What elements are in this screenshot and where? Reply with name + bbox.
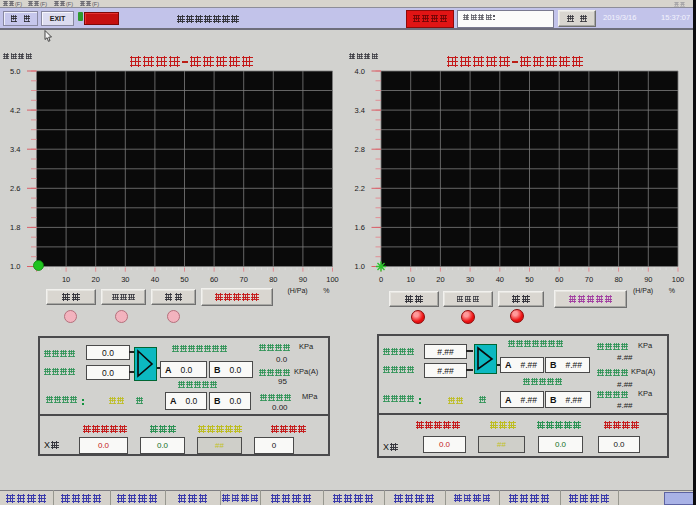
svg-text:20: 20: [92, 275, 100, 284]
svg-text:1.0: 1.0: [10, 262, 20, 271]
svg-text:3.4: 3.4: [10, 145, 20, 154]
svg-text:1.0: 1.0: [355, 262, 365, 271]
svg-text:50: 50: [180, 275, 188, 284]
svg-text:1.8: 1.8: [10, 223, 20, 232]
svg-text:2.2: 2.2: [355, 184, 365, 193]
svg-text:%: %: [323, 287, 329, 294]
svg-text:30: 30: [121, 275, 129, 284]
svg-text:3.4: 3.4: [355, 106, 365, 115]
svg-text:1.6: 1.6: [355, 223, 365, 232]
svg-text:2.8: 2.8: [355, 145, 365, 154]
svg-text:30: 30: [466, 275, 474, 284]
svg-text:70: 70: [240, 275, 248, 284]
svg-text:%: %: [669, 287, 675, 294]
svg-text:4.2: 4.2: [10, 106, 20, 115]
svg-text:40: 40: [496, 275, 504, 284]
svg-text:(H/Pa): (H/Pa): [633, 287, 653, 295]
svg-text:100: 100: [326, 275, 339, 284]
svg-text:0: 0: [379, 275, 383, 284]
svg-text:60: 60: [210, 275, 218, 284]
svg-text:2.6: 2.6: [10, 184, 20, 193]
svg-text:60: 60: [555, 275, 563, 284]
svg-text:70: 70: [585, 275, 593, 284]
svg-text:20: 20: [436, 275, 444, 284]
svg-text:4.0: 4.0: [355, 67, 365, 76]
svg-text:50: 50: [525, 275, 533, 284]
svg-text:100: 100: [672, 275, 685, 284]
svg-text:5.0: 5.0: [10, 67, 20, 76]
svg-text:10: 10: [62, 275, 70, 284]
svg-text:(H/Pa): (H/Pa): [287, 287, 307, 295]
svg-text:80: 80: [269, 275, 277, 284]
svg-text:10: 10: [407, 275, 415, 284]
svg-text:40: 40: [151, 275, 159, 284]
svg-text:80: 80: [614, 275, 622, 284]
svg-text:90: 90: [299, 275, 307, 284]
svg-text:90: 90: [644, 275, 652, 284]
